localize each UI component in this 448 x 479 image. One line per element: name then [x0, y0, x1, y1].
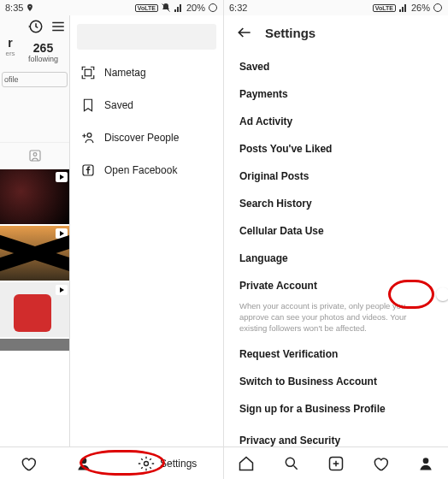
- svg-point-10: [286, 458, 294, 466]
- settings-header: Settings: [224, 15, 448, 53]
- back-arrow-icon[interactable]: [236, 24, 253, 41]
- svg-point-1: [209, 4, 217, 12]
- row-ad-activity[interactable]: Ad Activity: [239, 108, 445, 135]
- row-label: Language: [239, 252, 288, 264]
- video-badge-icon: [56, 285, 68, 295]
- settings-list[interactable]: Saved Payments Ad Activity Posts You've …: [224, 53, 448, 446]
- row-language[interactable]: Language: [239, 245, 445, 272]
- battery-text: 20%: [186, 3, 205, 13]
- gear-icon: [138, 455, 155, 472]
- photo-grid: [0, 169, 69, 446]
- row-posts-liked[interactable]: Posts You've Liked: [239, 135, 445, 163]
- status-time: 8:35: [5, 3, 23, 13]
- row-cellular[interactable]: Cellular Data Use: [239, 217, 445, 245]
- menu-label: Saved: [104, 99, 133, 111]
- status-bar: 8:35 VoLTE 20%: [0, 0, 223, 15]
- grid-thumb[interactable]: [0, 226, 70, 281]
- following-count[interactable]: 265: [17, 41, 69, 55]
- profile-icon[interactable]: [417, 455, 434, 472]
- heart-icon[interactable]: [372, 455, 389, 472]
- row-label: Privacy and Security: [239, 435, 340, 446]
- notification-mute-icon: [161, 3, 171, 13]
- status-time: 6:32: [229, 3, 247, 13]
- left-body: r ers 265 following ofile: [0, 15, 223, 446]
- svg-point-8: [144, 461, 149, 465]
- row-payments[interactable]: Payments: [239, 80, 445, 108]
- row-label: Private Account: [239, 280, 317, 292]
- section-privacy-security: Privacy and Security: [239, 423, 445, 446]
- add-post-icon[interactable]: [327, 455, 345, 472]
- menu-discover-people[interactable]: Discover People: [70, 121, 223, 154]
- row-label: Ad Activity: [239, 115, 292, 127]
- svg-point-9: [434, 4, 442, 12]
- followers-label-partial: ers: [2, 50, 17, 57]
- row-saved[interactable]: Saved: [239, 53, 445, 80]
- battery-text: 26%: [411, 3, 430, 13]
- followers-count-partial: r: [2, 36, 17, 50]
- grid-thumb[interactable]: [0, 169, 70, 224]
- row-label: Search History: [239, 198, 312, 210]
- private-account-description: When your account is private, only peopl…: [239, 299, 445, 340]
- svg-point-12: [422, 458, 428, 464]
- bookmark-icon: [80, 98, 96, 113]
- row-label: Original Posts: [239, 170, 309, 182]
- bottom-nav-right: [224, 446, 448, 479]
- add-person-icon: [80, 130, 96, 145]
- volte-icon: VoLTE: [373, 4, 396, 12]
- row-switch-business[interactable]: Switch to Business Account: [239, 368, 445, 395]
- status-bar: 6:32 VoLTE 26%: [224, 0, 448, 15]
- menu-saved[interactable]: Saved: [70, 89, 223, 121]
- profile-icon[interactable]: [75, 455, 92, 472]
- nametag-icon: [80, 65, 96, 80]
- settings-label: Settings: [160, 458, 197, 470]
- grid-thumb[interactable]: [0, 339, 70, 351]
- hamburger-icon[interactable]: [50, 19, 66, 34]
- row-original-posts[interactable]: Original Posts: [239, 163, 445, 190]
- row-private-account[interactable]: Private Account: [239, 272, 445, 299]
- grid-thumb[interactable]: [0, 282, 70, 337]
- edit-profile-button[interactable]: ofile: [2, 72, 68, 87]
- menu-label: Open Facebook: [104, 164, 177, 176]
- following-label: following: [17, 55, 69, 63]
- row-label: Switch to Business Account: [239, 376, 377, 387]
- row-search-history[interactable]: Search History: [239, 190, 445, 217]
- signal-icon: [174, 3, 184, 13]
- svg-point-7: [80, 458, 86, 464]
- row-label: Saved: [239, 61, 269, 73]
- menu-label: Nametag: [104, 67, 146, 79]
- facebook-icon: [80, 163, 96, 178]
- menu-label: Discover People: [104, 132, 179, 144]
- home-icon[interactable]: [238, 455, 255, 472]
- volte-icon: VoLTE: [135, 4, 158, 12]
- menu-nametag[interactable]: Nametag: [70, 56, 223, 89]
- profile-tabs: [0, 142, 69, 169]
- phone-right-settings: 6:32 VoLTE 26% Settings Saved Payments A…: [224, 0, 448, 479]
- bottom-nav-left: Settings: [0, 446, 223, 479]
- history-icon[interactable]: [28, 19, 44, 34]
- row-label: Posts You've Liked: [239, 143, 332, 155]
- row-label: Cellular Data Use: [239, 225, 324, 237]
- signal-icon: [398, 3, 409, 13]
- settings-button[interactable]: Settings: [131, 452, 203, 476]
- video-badge-icon: [56, 172, 68, 182]
- svg-point-5: [87, 133, 91, 138]
- battery-circle-icon: [208, 3, 218, 13]
- battery-circle-icon: [433, 3, 443, 13]
- video-badge-icon: [56, 228, 68, 239]
- svg-rect-4: [85, 69, 91, 76]
- tagged-icon[interactable]: [27, 148, 43, 163]
- location-icon: [26, 3, 34, 12]
- row-label: Payments: [239, 88, 288, 100]
- settings-title: Settings: [265, 26, 315, 40]
- menu-username-header[interactable]: [77, 24, 216, 50]
- row-request-verification[interactable]: Request Verification: [239, 340, 445, 368]
- row-signup-business[interactable]: Sign up for a Business Profile: [239, 395, 445, 423]
- menu-open-facebook[interactable]: Open Facebook: [70, 154, 223, 186]
- profile-strip: r ers 265 following ofile: [0, 15, 70, 446]
- side-drawer-menu: Nametag Saved Discover People Open Faceb…: [70, 15, 223, 446]
- phone-left-profile-menu: 8:35 VoLTE 20% r ers 265: [0, 0, 224, 479]
- heart-icon[interactable]: [20, 455, 37, 472]
- row-label: Sign up for a Business Profile: [239, 403, 386, 415]
- svg-point-3: [33, 153, 37, 157]
- search-icon[interactable]: [283, 455, 300, 472]
